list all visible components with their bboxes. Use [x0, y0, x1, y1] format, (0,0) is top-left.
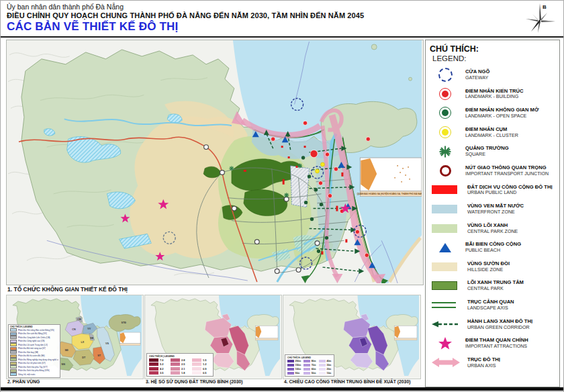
map3-legend-cell: 1.2 — [192, 362, 211, 366]
svg-text:B: B — [543, 4, 547, 10]
map3-legend-cell: 0.9 — [192, 367, 211, 371]
north-compass-icon: B — [524, 2, 557, 36]
central-park-zone-swatch — [432, 224, 457, 233]
legend-label-en: LANDMARK - CLUSTER — [465, 133, 518, 139]
legend-label-en: URBAN GREEN CORRIDOR — [467, 325, 532, 331]
legend-label-vi: HÀNH LANG XANH ĐÔ THỊ — [467, 318, 532, 325]
map4-legend: CHÚ THÍCH: LEGEND 250m80m40m150m70m30m10… — [285, 354, 334, 377]
legend-label-en: LANDMARK - BUILDING — [465, 94, 523, 100]
hoang-sa-inset: QUẦN ĐẢO HOÀNG SA (HUYỆN HOÀNG SA, THÀNH… — [357, 158, 422, 197]
map3-legend-grid: 7.02.81.55.22.51.24.22.10.93.51.80.5 — [149, 358, 211, 375]
legend-label-en: CENTRAL PARK ZONE — [467, 229, 518, 235]
main-map-panel: QUẦN ĐẢO HOÀNG SA (HUYỆN HOÀNG SA, THÀNH… — [6, 40, 424, 285]
landmark-open-space-icon — [439, 107, 451, 119]
map4-legend-cell: 40m — [319, 360, 332, 363]
legend-label-en: HILLSIDE ZONE — [467, 267, 510, 273]
legend-item-junction: NÚT GIAO THÔNG QUAN TRỌNG IMPORTANT TRAN… — [430, 161, 557, 181]
map4-legend-cell: 150m — [287, 364, 301, 367]
svg-text:SB: SB — [90, 337, 94, 340]
plan-title: ĐIỀU CHỈNH QUY HOẠCH CHUNG THÀNH PHỐ ĐÀ … — [7, 11, 364, 19]
island-small — [409, 77, 412, 81]
legend-label-en: SQUARE — [465, 152, 509, 158]
legend-label-vi: VÙNG LÕI XANH — [467, 222, 518, 229]
legend-label-vi: ĐIỂM NHẤN KIẾN TRÚC — [465, 88, 523, 95]
svg-text:CB: CB — [77, 318, 81, 321]
legend-label-vi: ĐIỂM NHẤN CỤM — [465, 126, 518, 133]
gateway-icon — [438, 68, 453, 82]
map3-legend-cell: 1.5 — [192, 358, 211, 362]
legend-item-gateway: CỬA NGÕ GATEWAY — [430, 65, 557, 85]
map2-inset — [120, 332, 140, 346]
map3-legend-cell: 2.5 — [171, 362, 189, 366]
legend-item-landmark-cluster: ĐIỂM NHẤN CỤM LANDMARK - CLUSTER — [430, 123, 557, 142]
map4-legend-cell: 60m — [303, 368, 316, 371]
legend-label-vi: CỬA NGÕ — [465, 68, 489, 75]
legend-label-vi: QUẢNG TRƯỜNG — [465, 145, 509, 152]
sheet-title: CÁC BẢN VẼ THIẾT KẾ ĐÔ THỊ — [7, 20, 179, 34]
legend-item-green-corridor: HÀNH LANG XANH ĐÔ THỊ URBAN GREEN CORRID… — [430, 315, 557, 334]
legend-label-en: GATEWAY — [465, 75, 489, 81]
legend-label-vi: ĐẤT DỊCH VỤ CÔNG CỘNG ĐÔ THỊ — [467, 184, 553, 191]
legend-label-vi: ĐIỂM NHẤN KHÔNG GIAN MỞ — [465, 107, 538, 113]
island — [371, 44, 377, 50]
bottom-rule — [1, 387, 564, 391]
hillside-swatch — [432, 262, 457, 271]
legend-item-attractions: ĐIỂM THAM QUAN CHÍNH IMPORTANT ATTRACTIO… — [430, 334, 557, 353]
map3-legend-cell: 3.5 — [149, 371, 168, 375]
legend-item-landscape-axis: TRỤC CẢNH QUAN LANDSCAPE AXIS — [430, 295, 557, 315]
map4-panel: CHÚ THÍCH: LEGEND 250m80m40m150m70m30m10… — [283, 295, 421, 379]
map4-legend-cell: 250m — [287, 360, 301, 363]
legend-title-en: LEGEND: — [432, 54, 557, 62]
map4-legend-cell: 100m — [287, 368, 301, 371]
svg-text:DT: DT — [82, 356, 86, 359]
legend-label-vi: VÙNG VEN MẶT NƯỚC — [467, 203, 524, 209]
waterfront-swatch — [432, 205, 457, 213]
legend-item-waterfront: VÙNG VEN MẶT NƯỚC WATERFRONT ZONE — [430, 199, 557, 219]
map3-legend-cell: 4.2 — [149, 367, 168, 371]
legend-title-vi: CHÚ THÍCH: — [430, 44, 557, 54]
legend-label-en: CENTRAL PARK — [467, 286, 524, 292]
map4-legend-cell: 10m — [319, 372, 332, 375]
map4-legend-cell: 80m — [303, 360, 316, 363]
legend-label-en: LANDMARK - OPEN SPACE — [465, 113, 538, 119]
legend-label-vi: LÕI XANH TRUNG TÂM — [467, 279, 524, 286]
svg-text:VV: VV — [87, 328, 91, 330]
map2-panel: STT CB CN VV STĐ VS LX SB SĐ ST DT NN CH… — [6, 295, 144, 379]
legend-item-public-land: ĐẤT DỊCH VỤ CÔNG CỘNG ĐÔ THỊ URBAN PUBLI… — [430, 181, 557, 200]
landscape-axis-icon — [432, 302, 456, 308]
attractions-icon — [438, 336, 453, 351]
map2-legend: CHÚ THÍCH | LEGEND Phân khu Ven sông Hàn… — [8, 324, 60, 378]
map2-legend-row: Sông, hồ, mặt nước — [10, 373, 58, 377]
green-corridor-icon — [432, 320, 459, 328]
legend-label-en: URBAN AXIS — [467, 363, 500, 369]
urban-axis-icon — [432, 357, 460, 368]
legend-label-en: PUBLIC BEACH — [465, 248, 521, 254]
legend-panel: CHÚ THÍCH: LEGEND: CỬA NGÕ GATEWAY ĐIỂM … — [425, 40, 560, 387]
legend-item-hillside: VÙNG SƯỜN ĐỒI HILLSIDE ZONE — [430, 257, 557, 277]
svg-text:LX: LX — [81, 341, 84, 344]
map4-inset — [394, 326, 417, 340]
map3-legend-cell: 2.8 — [171, 358, 189, 362]
legend-label-en: URBAN PUBLIC LAND — [467, 190, 553, 196]
legend-label-en: WATERFRONT ZONE — [467, 209, 524, 215]
legend-item-central-park-zone: VÙNG LÕI XANH CENTRAL PARK ZONE — [430, 219, 557, 238]
legend-item-public-beach: BÃI BIỂN CÔNG CỘNG PUBLIC BEACH — [430, 238, 557, 257]
map4-legend-grid: 250m80m40m150m70m30m100m60m20m90m50m10m — [287, 360, 332, 375]
map3-legend: CHÚ THÍCH | LEGEND 7.02.81.55.22.51.24.2… — [146, 353, 214, 377]
svg-text:VS: VS — [105, 342, 109, 345]
map3-legend-cell: 0.5 — [192, 371, 211, 375]
legend-label-vi: TRỤC ĐÔ THỊ — [467, 356, 500, 363]
main-map: QUẦN ĐẢO HOÀNG SA (HUYỆN HOÀNG SA, THÀNH… — [7, 40, 422, 283]
svg-text:SĐ: SĐ — [64, 349, 68, 352]
main-map-caption: 1. TỔ CHỨC KHÔNG GIAN THIẾT KẾ ĐÔ THỊ — [7, 286, 128, 293]
map3-caption: 3. HỆ SỐ SỬ DỤNG ĐẤT TRUNG BÌNH (2030) — [146, 379, 243, 384]
public-beach-icon — [439, 243, 451, 252]
svg-text:STĐ: STĐ — [122, 322, 127, 324]
legend-item-square: QUẢNG TRƯỜNG SQUARE — [430, 142, 557, 161]
landmark-building-icon — [439, 88, 451, 100]
legend-label-en: LANDSCAPE AXIS — [467, 305, 514, 311]
map3-inset — [255, 326, 278, 340]
map4-caption: 4. CHIỀU CAO CÔNG TRÌNH TRUNG BÌNH ĐỀ XU… — [284, 379, 410, 384]
legend-label-en: IMPORTANT TRANSPORT JUNCTION — [465, 171, 549, 177]
map4-legend-cell: 50m — [303, 372, 316, 375]
